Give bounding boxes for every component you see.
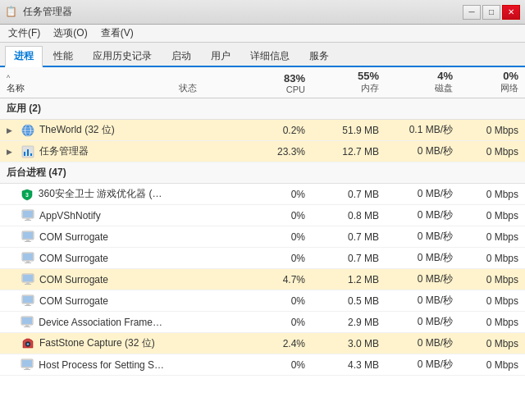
tab-服务[interactable]: 服务	[300, 46, 338, 66]
memory-cell: 51.9 MB	[312, 123, 386, 138]
table-header: ^名称 状态 83%CPU 55%内存 4%磁盘 0%网络	[0, 67, 525, 98]
svg-rect-8	[30, 153, 32, 156]
expand-arrow-icon[interactable]: ▶	[7, 148, 16, 156]
table-row[interactable]: FastStone Capture (32 位)2.4%3.0 MB0 MB/秒…	[0, 333, 525, 354]
network-cell: 0 Mbps	[459, 187, 525, 202]
menu-bar: 文件(F)选项(O)查看(V)	[0, 25, 525, 43]
svg-point-35	[27, 343, 30, 345]
disk-cell: 0.1 MB/秒	[386, 121, 459, 139]
col-disk[interactable]: 4%磁盘	[386, 68, 459, 96]
process-name-cell: COM Surrogate	[0, 229, 172, 245]
process-name-text: Host Process for Setting Syn...	[39, 359, 166, 371]
network-cell: 0 Mbps	[459, 123, 525, 138]
cpu-cell: 0%	[238, 251, 312, 266]
network-cell: 0 Mbps	[459, 208, 525, 223]
svg-rect-20	[26, 261, 30, 262]
process-name-cell: ▶任务管理器	[0, 143, 172, 160]
table-row[interactable]: Device Association Framewo...0%2.9 MB0 M…	[0, 312, 525, 333]
disk-cell: 0 MB/秒	[386, 313, 459, 331]
process-icon	[21, 252, 34, 265]
cpu-cell: 0%	[238, 315, 312, 330]
maximize-button[interactable]: □	[482, 5, 500, 20]
memory-cell: 0.8 MB	[312, 208, 386, 223]
network-cell: 0 Mbps	[459, 230, 525, 244]
memory-cell: 2.9 MB	[312, 315, 386, 330]
tab-性能[interactable]: 性能	[44, 46, 82, 66]
memory-cell: 12.7 MB	[312, 144, 386, 159]
menu-item[interactable]: 选项(O)	[50, 25, 90, 41]
process-name-text: COM Surrogate	[39, 253, 108, 264]
expand-arrow-icon[interactable]: ▶	[7, 126, 16, 135]
status-cell	[172, 193, 238, 196]
section-header: 应用 (2)	[0, 98, 525, 120]
tab-启动[interactable]: 启动	[162, 46, 200, 66]
table-body[interactable]: 应用 (2)▶TheWorld (32 位)0.2%51.9 MB0.1 MB/…	[0, 98, 525, 420]
cpu-cell: 2.4%	[238, 336, 312, 351]
process-icon	[21, 273, 34, 286]
col-name[interactable]: ^名称	[0, 72, 172, 96]
table-row[interactable]: 3360安全卫士 游戏优化器 (32 位)0%0.7 MB0 MB/秒0 Mbp…	[0, 184, 525, 205]
process-icon: 3	[21, 188, 34, 201]
tab-用户[interactable]: 用户	[202, 46, 240, 66]
network-cell: 0 Mbps	[459, 144, 525, 159]
process-icon	[21, 145, 34, 158]
process-name-cell: Host Process for Setting Syn...	[0, 357, 172, 373]
col-status[interactable]: 状态	[172, 80, 238, 96]
table-row[interactable]: ▶TheWorld (32 位)0.2%51.9 MB0.1 MB/秒0 Mbp…	[0, 120, 525, 141]
status-cell	[172, 214, 238, 217]
svg-rect-37	[22, 360, 32, 367]
disk-cell: 0 MB/秒	[386, 228, 459, 245]
process-name-cell: COM Surrogate	[0, 250, 172, 267]
status-cell	[172, 363, 238, 367]
svg-rect-39	[24, 369, 30, 370]
process-icon	[21, 124, 34, 137]
network-cell: 0 Mbps	[459, 294, 525, 308]
cpu-cell: 4.7%	[238, 272, 312, 287]
svg-rect-33	[24, 326, 30, 327]
svg-rect-24	[26, 282, 30, 284]
network-cell: 0 Mbps	[459, 315, 525, 330]
cpu-cell: 0.2%	[238, 123, 312, 138]
col-memory[interactable]: 55%内存	[312, 68, 386, 96]
svg-rect-25	[25, 284, 31, 285]
col-cpu[interactable]: 83%CPU	[238, 71, 312, 96]
disk-cell: 0 MB/秒	[386, 143, 459, 160]
process-name-text: COM Surrogate	[39, 231, 108, 243]
memory-cell: 0.5 MB	[312, 294, 386, 308]
tab-进程[interactable]: 进程	[5, 46, 43, 67]
process-name-text: COM Surrogate	[39, 274, 108, 285]
svg-rect-12	[26, 218, 30, 220]
menu-item[interactable]: 文件(F)	[5, 25, 43, 41]
svg-rect-32	[25, 325, 29, 326]
tab-应用历史记录[interactable]: 应用历史记录	[84, 46, 161, 66]
memory-cell: 0.7 MB	[312, 187, 386, 202]
tab-详细信息[interactable]: 详细信息	[241, 46, 299, 66]
svg-rect-27	[23, 296, 33, 303]
disk-cell: 0 MB/秒	[386, 207, 459, 224]
table-row[interactable]: Host Process for Setting Syn...0%4.3 MB0…	[0, 354, 525, 376]
menu-item[interactable]: 查看(V)	[98, 25, 137, 41]
table-row[interactable]: ▶任务管理器23.3%12.7 MB0 MB/秒0 Mbps	[0, 141, 525, 162]
svg-rect-19	[23, 253, 33, 260]
process-name-cell: FastStone Capture (32 位)	[0, 335, 172, 352]
table-row[interactable]: COM Surrogate0%0.5 MB0 MB/秒0 Mbps	[0, 290, 525, 312]
network-cell: 0 Mbps	[459, 336, 525, 351]
table-row[interactable]: COM Surrogate0%0.7 MB0 MB/秒0 Mbps	[0, 248, 525, 269]
process-name-text: 任务管理器	[39, 144, 89, 158]
process-name-cell: COM Surrogate	[0, 272, 172, 288]
table-row[interactable]: COM Surrogate0%0.7 MB0 MB/秒0 Mbps	[0, 226, 525, 248]
minimize-button[interactable]: ─	[463, 5, 481, 20]
status-cell	[172, 321, 238, 324]
table-row[interactable]: COM Surrogate4.7%1.2 MB0 MB/秒0 Mbps	[0, 269, 525, 290]
table-row[interactable]: AppVShNotify0%0.8 MB0 MB/秒0 Mbps	[0, 205, 525, 226]
disk-cell: 0 MB/秒	[386, 249, 459, 267]
process-name-cell: AppVShNotify	[0, 208, 172, 224]
disk-cell: 0 MB/秒	[386, 335, 459, 352]
svg-rect-13	[25, 220, 31, 221]
col-network[interactable]: 0%网络	[459, 68, 525, 96]
col-status-label: 状态	[179, 82, 231, 94]
disk-cell: 0 MB/秒	[386, 356, 459, 373]
svg-rect-16	[26, 240, 30, 241]
close-button[interactable]: ✕	[502, 5, 520, 20]
disk-cell: 0 MB/秒	[386, 292, 459, 309]
